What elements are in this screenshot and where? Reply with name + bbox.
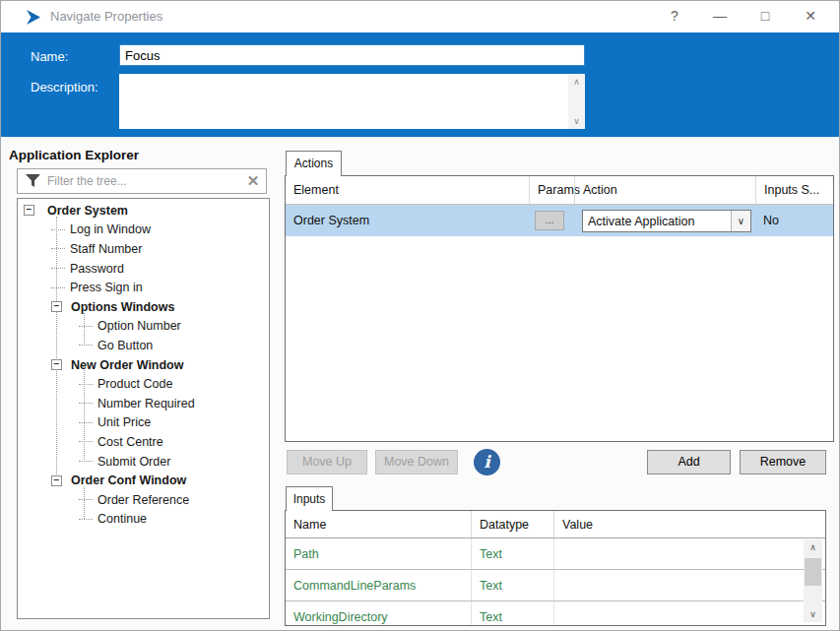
input-value-cell[interactable] <box>553 601 825 626</box>
tree-connector <box>51 248 65 249</box>
inputs-set-cell: No <box>755 214 833 227</box>
actions-table: Element Params Action Inputs S... Order … <box>285 175 834 442</box>
info-icon[interactable]: i <box>474 449 500 475</box>
tab-actions[interactable]: Actions <box>286 151 342 176</box>
tree-item-label: Submit Order <box>97 455 170 469</box>
tree-item[interactable]: Option Number <box>18 317 269 337</box>
close-button[interactable]: ✕ <box>788 1 833 32</box>
tree-connector <box>79 461 93 462</box>
filter-clear-icon[interactable]: ✕ <box>240 172 266 190</box>
tree-item[interactable]: −Options Windows <box>18 297 269 317</box>
tree-item-label: Order System <box>47 204 128 218</box>
inputs-table-header: Name Datatype Value <box>286 511 825 538</box>
params-button[interactable]: ... <box>535 211 564 230</box>
move-up-button[interactable]: Move Up <box>287 450 367 474</box>
tree-item-label: Order Reference <box>97 493 189 507</box>
tree-connector <box>79 326 93 327</box>
tree-item-label: Order Conf Window <box>71 473 186 487</box>
tree-item[interactable]: Cost Centre <box>18 432 269 452</box>
tree-connector <box>51 229 65 230</box>
chevron-down-icon[interactable]: ∨ <box>731 211 750 231</box>
action-dropdown-value: Activate Application <box>583 211 731 231</box>
column-header-datatype[interactable]: Datatype <box>471 511 553 537</box>
filter-icon <box>26 174 40 188</box>
tree-connector <box>51 268 65 269</box>
collapse-icon[interactable]: − <box>51 475 62 486</box>
add-button[interactable]: Add <box>647 450 731 474</box>
tree-item[interactable]: Unit Price <box>18 413 269 433</box>
tree-item[interactable]: Go Button <box>18 336 269 355</box>
tab-inputs[interactable]: Inputs <box>286 486 333 511</box>
tree-item[interactable]: Continue <box>18 510 269 530</box>
input-datatype-cell: Text <box>471 601 553 626</box>
tree-item[interactable]: Number Required <box>18 394 269 413</box>
application-explorer-title: Application Explorer <box>9 148 139 162</box>
tree-item-label: Continue <box>97 512 147 526</box>
description-field-wrap: ∧ ∨ <box>119 74 585 129</box>
help-button[interactable]: ? <box>652 1 697 32</box>
input-name-cell: CommandLineParams <box>286 570 471 600</box>
tree-connector <box>79 384 93 385</box>
input-name-cell: Path <box>286 538 471 569</box>
tree-item[interactable]: Staff Number <box>18 239 269 259</box>
tree-item[interactable]: Password <box>18 259 269 279</box>
navigate-properties-dialog: Navigate Properties ? — □ ✕ Name: Descri… <box>0 0 840 631</box>
name-label: Name: <box>31 49 68 64</box>
tree-item-label: New Order Window <box>71 358 183 372</box>
scroll-down-icon[interactable]: ∨ <box>809 606 816 622</box>
column-header-element[interactable]: Element <box>286 176 529 204</box>
remove-button[interactable]: Remove <box>740 450 826 474</box>
scroll-up-icon[interactable]: ∧ <box>573 77 580 87</box>
column-header-inputs-set[interactable]: Inputs S... <box>755 176 833 204</box>
input-value-cell[interactable] <box>553 570 825 600</box>
scrollbar-thumb[interactable] <box>805 558 821 586</box>
tree-connector <box>79 441 93 442</box>
move-down-button[interactable]: Move Down <box>375 450 458 474</box>
tree-item[interactable]: Order Reference <box>18 490 269 510</box>
tree-connector <box>51 287 65 288</box>
description-scrollbar[interactable]: ∧ ∨ <box>568 74 585 129</box>
scroll-up-icon[interactable]: ∧ <box>809 539 816 555</box>
input-name-cell: WorkingDirectory <box>286 601 471 626</box>
action-dropdown[interactable]: Activate Application ∨ <box>582 210 751 232</box>
collapse-icon[interactable]: − <box>51 359 62 370</box>
tree-item[interactable]: Press Sign in <box>18 278 269 297</box>
collapse-icon[interactable]: − <box>24 205 34 216</box>
tree-item[interactable]: −New Order Window <box>18 355 269 375</box>
tree-filter-input[interactable] <box>47 174 240 188</box>
table-row[interactable]: Order System ... Activate Application ∨ … <box>286 205 833 236</box>
description-label: Description: <box>31 80 98 95</box>
minimize-button[interactable]: — <box>697 1 743 32</box>
tree-item-label: Log in Window <box>70 222 151 236</box>
column-header-action[interactable]: Action <box>574 176 755 204</box>
collapse-icon[interactable]: − <box>51 301 62 312</box>
input-value-cell[interactable] <box>553 538 825 569</box>
tree-connector <box>79 519 93 520</box>
tree-item[interactable]: −Order System <box>18 201 269 221</box>
tree-item-label: Password <box>70 262 124 276</box>
tree-item[interactable]: −Order Conf Window <box>18 471 269 490</box>
actions-table-header: Element Params Action Inputs S... <box>286 176 833 205</box>
tree-item-label: Cost Centre <box>97 435 163 449</box>
scroll-down-icon[interactable]: ∨ <box>573 116 580 126</box>
tree-item[interactable]: Product Code <box>18 374 269 394</box>
maximize-button[interactable]: □ <box>743 1 788 32</box>
tree-item-label: Staff Number <box>70 242 142 256</box>
name-input[interactable] <box>119 44 585 66</box>
tree-item[interactable]: Log in Window <box>18 221 269 240</box>
application-tree[interactable]: −Order System Log in Window Staff Number… <box>17 198 270 619</box>
table-row[interactable]: WorkingDirectory Text <box>286 601 825 626</box>
tree-item-label: Go Button <box>97 339 153 352</box>
column-header-name[interactable]: Name <box>286 511 471 537</box>
table-row[interactable]: CommandLineParams Text <box>286 570 825 601</box>
input-datatype-cell: Text <box>471 570 553 600</box>
column-header-params[interactable]: Params <box>529 176 574 204</box>
tree-item-label: Unit Price <box>97 415 151 429</box>
description-input[interactable] <box>119 74 568 129</box>
column-header-value[interactable]: Value <box>553 511 825 537</box>
tree-connector <box>79 345 93 346</box>
tree-item[interactable]: Submit Order <box>18 452 269 472</box>
table-row[interactable]: Path Text <box>286 538 825 570</box>
inputs-scrollbar[interactable]: ∧ ∨ <box>804 539 822 622</box>
tree-item-label: Product Code <box>97 377 172 391</box>
